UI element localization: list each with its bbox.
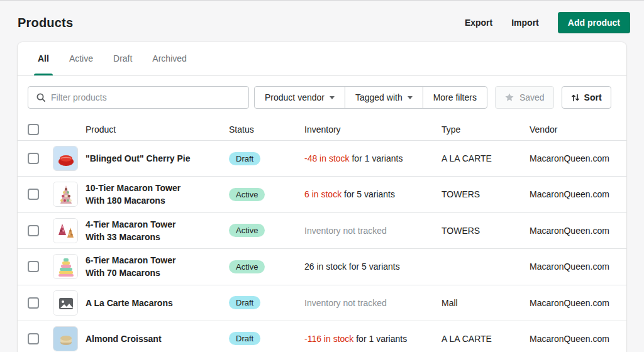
image-placeholder-icon [53,291,78,316]
product-thumbnail [53,218,78,243]
import-button[interactable]: Import [511,18,539,28]
saved-label: Saved [519,92,545,102]
column-header-vendor: Vendor [530,124,616,135]
product-thumbnail [53,182,78,207]
inventory-alert: -48 in stock [304,153,350,163]
inventory-alert: -116 in stock [304,334,353,344]
tab-all[interactable]: All [28,42,59,75]
search-box[interactable] [28,86,249,109]
search-icon [36,92,46,102]
type-cell: Mall [441,298,530,308]
row-checkbox[interactable] [28,189,39,200]
vendor-cell: MacaronQueen.com [530,153,616,163]
vendor-cell: MacaronQueen.com [530,334,616,344]
status-badge: Active [229,188,265,201]
column-header-inventory: Inventory [304,124,441,135]
product-title[interactable]: 6-Tier Macaron Tower With 70 Macarons [86,249,194,285]
filter-bar: Product vendor Tagged with More filters … [18,76,626,119]
row-checkbox[interactable] [28,261,39,272]
vendor-cell: MacaronQueen.com [530,189,616,199]
inventory-cell: -48 in stock for 1 variants [304,153,441,163]
page-header: Products Export Import Add product [0,1,644,42]
tagged-with-filter-button[interactable]: Tagged with [345,86,423,109]
product-title[interactable]: 4-Tier Macaron Tower With 33 Macarons [86,213,194,249]
table-row[interactable]: A La Carte Macarons Draft Inventory not … [18,285,626,321]
row-checkbox[interactable] [28,153,39,164]
saved-button[interactable]: Saved [495,86,554,109]
type-cell: A LA CARTE [441,334,530,344]
tiered-tower-image [53,255,78,279]
table-row[interactable]: 10-Tier Macaron Tower With 180 Macarons … [18,177,626,213]
page-title: Products [18,16,73,30]
type-cell: TOWERS [441,226,530,236]
tab-archived[interactable]: Archived [142,42,196,75]
inventory-rest: 26 in stock for 5 variants [304,261,400,272]
vendor-cell: MacaronQueen.com [530,226,616,236]
macaron-towers-image [53,219,78,243]
sort-button[interactable]: Sort [562,86,611,109]
product-vendor-label: Product vendor [265,92,325,102]
select-all-checkbox[interactable] [28,124,39,135]
inventory-alert: 6 in stock [304,189,341,199]
more-filters-button[interactable]: More filters [423,86,487,109]
products-card: All Active Draft Archived Product vendor… [18,42,626,352]
row-checkbox[interactable] [28,297,39,309]
macaron-tower-image [53,182,78,207]
filter-button-group: Product vendor Tagged with More filters [254,86,487,109]
status-badge: Draft [229,296,260,309]
inventory-cell: -116 in stock for 1 variants [304,334,441,344]
table-header-row: Product Status Inventory Type Vendor [18,119,626,141]
product-title[interactable]: Almond Croissant [86,327,194,350]
status-badge: Active [229,224,265,237]
export-button[interactable]: Export [465,18,492,28]
caret-down-icon [330,96,335,99]
column-header-product: Product [86,124,229,135]
product-title[interactable]: 10-Tier Macaron Tower With 180 Macarons [86,177,194,212]
inventory-cell: 6 in stock for 5 variants [304,189,441,199]
inventory-cell: Inventory not tracked [304,298,441,308]
column-header-status: Status [229,124,304,135]
status-badge: Draft [229,152,260,165]
product-vendor-filter-button[interactable]: Product vendor [254,86,345,109]
more-filters-label: More filters [433,92,477,102]
table-row[interactable]: 6-Tier Macaron Tower With 70 Macarons Ac… [18,249,626,285]
status-badge: Active [229,260,265,273]
table-row[interactable]: 4-Tier Macaron Tower With 33 Macarons Ac… [18,213,626,250]
sort-arrows-icon [571,93,580,102]
vendor-cell: MacaronQueen.com [530,298,616,308]
caret-down-icon [408,96,413,99]
status-badge: Draft [229,332,260,345]
inventory-cell: Inventory not tracked [304,226,441,236]
sort-label: Sort [584,92,602,102]
row-checkbox[interactable] [28,333,39,344]
tab-active[interactable]: Active [59,42,103,75]
type-cell: A LA CARTE [441,153,530,163]
tab-bar: All Active Draft Archived [18,42,626,76]
product-thumbnail-placeholder [53,290,78,316]
product-thumbnail [53,146,78,171]
inventory-rest: for 5 variants [341,189,395,199]
inventory-rest: Inventory not tracked [304,226,387,236]
product-title[interactable]: A La Carte Macarons [86,292,194,314]
product-thumbnail [53,326,78,351]
inventory-rest: for 1 variants [350,153,403,163]
vendor-cell: MacaronQueen.com [530,261,616,272]
row-checkbox[interactable] [28,225,39,236]
column-header-type: Type [441,124,530,135]
inventory-cell: 26 in stock for 5 variants [304,261,441,272]
cherry-pie-image [53,146,78,171]
inventory-rest: Inventory not tracked [304,298,387,308]
header-actions: Export Import Add product [465,12,630,33]
type-cell: TOWERS [441,189,530,199]
table-row[interactable]: "Blinged Out" Cherry Pie Draft -48 in st… [18,141,626,177]
search-input[interactable] [51,92,241,102]
product-thumbnail [53,254,78,279]
table-row[interactable]: Almond Croissant Draft -116 in stock for… [18,321,626,352]
star-icon [504,92,514,102]
croissant-image [53,327,78,351]
product-title[interactable]: "Blinged Out" Cherry Pie [86,147,194,170]
inventory-rest: for 1 variants [353,334,407,344]
tagged-with-label: Tagged with [355,92,402,102]
tab-draft[interactable]: Draft [103,42,142,75]
add-product-button[interactable]: Add product [558,12,630,33]
